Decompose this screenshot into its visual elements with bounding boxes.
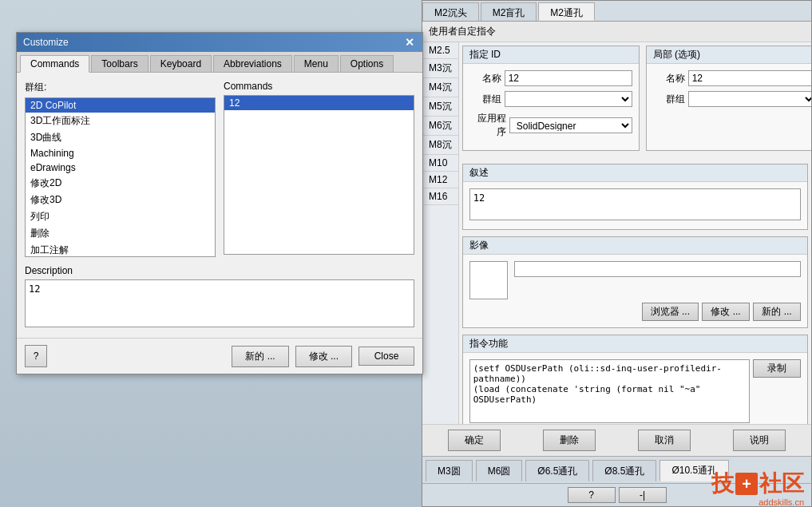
modify-btn[interactable]: 修改 ... [295,346,352,367]
side-list-item-m16[interactable]: M16 [422,188,458,205]
image-placeholder [469,261,508,299]
group-item-copilot[interactable]: 2D CoPilot [26,98,215,113]
tab-m3-circle[interactable]: M3圆 [426,460,473,481]
image-name-input-area [514,261,801,280]
image-title: 影像 [463,237,807,255]
browse-btn[interactable]: 浏览器 ... [642,303,699,321]
help-icon-btn[interactable]: ? [568,487,616,503]
group-label-right: 群组 [653,93,685,106]
delete-btn[interactable]: 删除 [543,430,596,451]
name-label-left: 名称 [469,72,501,85]
tab-abbreviations[interactable]: Abbreviations [213,55,292,72]
app-label: 应用程序 [469,112,506,139]
brand-plus: + [735,473,758,495]
tab-commands[interactable]: Commands [20,55,89,73]
help-btn[interactable]: ? [25,345,47,367]
brand-text: 技 [711,469,734,499]
dialog-body: 群组: 2D CoPilot 3D工作面标注 3D曲线 Machining eD… [17,73,422,338]
name-input-left[interactable] [505,70,632,86]
new-image-btn[interactable]: 新的 ... [753,303,801,321]
dialog-footer: ? 新的 ... 修改 ... Close [17,338,422,374]
side-list-item-m5[interactable]: M5沉 [422,97,458,117]
groups-list[interactable]: 2D CoPilot 3D工作面标注 3D曲线 Machining eDrawi… [25,97,216,257]
dialog-tabs: Commands Toolbars Keyboard Abbreviations… [17,52,422,73]
command-func-content: (setf OSDUserPath (oli::sd-inq-user-prof… [463,353,807,424]
dialog-title: Customize [23,37,69,48]
side-list-item-m6[interactable]: M6沉 [422,117,458,136]
commands-column: Commands 12 [224,81,414,257]
modify-image-btn[interactable]: 修改 ... [702,303,750,321]
specify-id-content: 名称 群组 应用程序 SolidDesigner [463,64,639,150]
tab-m2-blind[interactable]: M2盲孔 [481,2,537,21]
tab-m2-through[interactable]: M2通孔 [538,2,595,21]
new-btn[interactable]: 新的 ... [232,346,288,367]
groups-column: 群组: 2D CoPilot 3D工作面标注 3D曲线 Machining eD… [25,81,216,257]
group-item-delete[interactable]: 删除 [26,225,215,242]
group-item-3d-label[interactable]: 3D工作面标注 [26,113,215,129]
command-item-12[interactable]: 12 [224,96,414,110]
side-list-item-m3[interactable]: M3沉 [422,59,458,78]
group-item-machining[interactable]: Machining [26,146,215,160]
tab-065-through[interactable]: Ø6.5通孔 [525,460,589,481]
group-label-left: 群组 [469,93,501,106]
tab-options[interactable]: Options [340,55,394,72]
image-name-input[interactable] [514,261,801,277]
record-btn[interactable]: 录制 [753,359,801,378]
dialog-columns: 群组: 2D CoPilot 3D工作面标注 3D曲线 Machining eD… [25,81,414,257]
local-title: 局部 (选项) [647,46,811,64]
command-func-textarea[interactable]: (setf OSDUserPath (oli::sd-inq-user-prof… [469,359,750,423]
image-content: 浏览器 ... 修改 ... 新的 ... [463,255,807,327]
group-item-modify2d[interactable]: 修改2D [26,175,215,192]
tab-toolbars[interactable]: Toolbars [91,55,148,72]
desc-title: 叙述 [463,164,807,182]
group-item-modify3d[interactable]: 修改3D [26,192,215,208]
group-select-left[interactable] [505,91,632,107]
bottom-buttons: 确定 删除 取消 说明 [422,424,811,456]
tab-085-through[interactable]: Ø8.5通孔 [592,460,656,481]
side-list-item-m25[interactable]: M2.5 [422,42,458,59]
right-panel-title: 使用者自定指令 [422,22,811,42]
group-select-right[interactable] [688,91,811,107]
side-list: M2.5 M3沉 M4沉 M5沉 M6沉 M8沉 M10 M12 M16 [422,42,459,424]
specify-id-section: 指定 ID 名称 群组 应用程序 [462,46,640,151]
description-input[interactable]: 12 [25,279,414,327]
right-panel-content: M2.5 M3沉 M4沉 M5沉 M6沉 M8沉 M10 M12 M16 指定 … [422,42,811,424]
tab-m2-sunk[interactable]: M2沉头 [422,2,479,21]
tab-menu[interactable]: Menu [294,55,339,72]
explain-btn[interactable]: 说明 [733,430,786,451]
group-item-annotation[interactable]: 加工注解 [26,242,215,257]
command-func-title: 指令功能 [463,335,807,353]
command-func-section: 指令功能 (setf OSDUserPath (oli::sd-inq-user… [462,335,808,424]
name-input-right[interactable] [688,70,811,86]
group-item-edrawings[interactable]: eDrawings [26,160,215,175]
side-list-item-m10[interactable]: M10 [422,155,458,172]
brand-subtitle: addskills.cn [759,497,804,507]
desc-textarea[interactable]: 12 [469,188,801,220]
image-section: 影像 浏览器 ... 修改 ... 新的 ... [462,236,808,328]
brand-logo: 技 + 社区 [711,469,804,499]
close-btn[interactable]: Close [358,347,414,366]
desc-content: 12 [463,182,807,229]
side-list-item-m12[interactable]: M12 [422,172,458,188]
confirm-btn[interactable]: 确定 [448,430,501,451]
cancel-btn[interactable]: 取消 [638,430,691,451]
dialog-close-btn[interactable]: ✕ [403,36,416,49]
groups-label: 群组: [25,81,216,94]
side-list-item-m4[interactable]: M4沉 [422,78,458,97]
app-select[interactable]: SolidDesigner [509,117,632,133]
commands-list[interactable]: 12 [224,95,414,255]
side-list-item-m8[interactable]: M8沉 [422,136,458,155]
tab-keyboard[interactable]: Keyboard [150,55,212,72]
name-label-right: 名称 [653,72,685,85]
commands-label: Commands [224,81,414,92]
brand-community: 社区 [759,469,804,499]
local-section: 局部 (选项) 名称 群组 [646,46,811,151]
tab-m6-circle[interactable]: M6圆 [476,460,523,481]
customize-dialog: Customize ✕ Commands Toolbars Keyboard A… [16,32,423,374]
dash-btn[interactable]: -| [619,487,667,503]
right-panel: M2沉头 M2盲孔 M2通孔 使用者自定指令 M2.5 M3沉 M4沉 M5沉 … [422,0,812,507]
desc-section: 叙述 12 [462,164,808,230]
right-panel-tabs: M2沉头 M2盲孔 M2通孔 [422,1,811,22]
group-item-3d-curve[interactable]: 3D曲线 [26,129,215,146]
group-item-print[interactable]: 列印 [26,208,215,225]
